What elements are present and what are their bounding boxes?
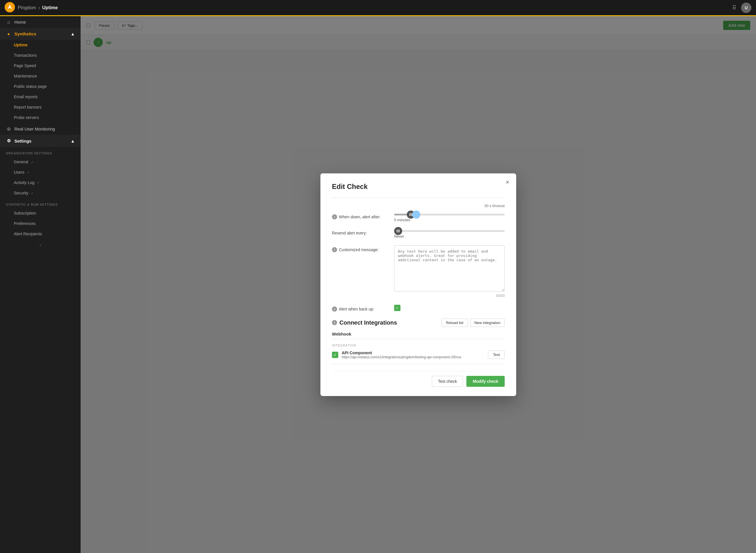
modal-overlay: Edit Check × 30 s timeout i When down, a… [81,16,756,553]
sidebar-general-label: General [14,160,28,164]
integration-checkbox[interactable]: ✓ [332,352,338,358]
new-integration-button[interactable]: New integration [470,319,505,327]
sidebar-item-home[interactable]: ⌂ Home [0,16,81,28]
breadcrumb-current: Uptime [42,5,58,10]
customized-message-row: i Customized message: 0/500 [332,245,505,298]
resend-alert-label: Resend alert every: [332,229,389,235]
alert-back-up-label: i Alert when back up: [332,305,389,312]
modal-title: Edit Check [332,183,505,191]
breadcrumb-parent[interactable]: Pingdom [18,5,36,10]
alert-back-up-info-icon[interactable]: i [332,306,337,312]
settings-icon: ⚙ [6,138,11,143]
slider-track-down [394,214,505,216]
sidebar-item-subscription[interactable]: Subscription [0,208,81,218]
sidebar-probe-servers-label: Probe servers [14,115,39,120]
slider-track-resend [394,230,505,232]
sidebar-rum-label: Real User Monitoring [14,127,55,131]
sidebar-public-status-label: Public status page [14,84,46,89]
integration-buttons: Reload list New integration [442,319,505,327]
integration-col-header: INTEGRATION [332,341,505,348]
sidebar-synthetics-label: Synthetics [14,31,36,36]
sidebar-item-settings[interactable]: ⚙ Settings ▲ [0,135,81,147]
slider-thumb-blue-down[interactable] [412,211,420,219]
integration-bottom-divider [332,364,505,364]
chevron-up-settings-icon: ▲ [71,139,75,143]
webhook-label: Webhook [332,331,505,336]
top-nav: Pingdom › Uptime ⠿ U [0,0,756,16]
connect-integrations-row: i Connect Integrations Reload list New i… [332,319,505,327]
sidebar-alert-recipients-label: Alert Recipients [14,232,42,236]
integration-top-divider [332,339,505,339]
external-icon-activity: ↗ [36,181,39,185]
rum-icon: ◎ [6,126,11,131]
edit-check-modal: Edit Check × 30 s timeout i When down, a… [320,173,516,396]
top-nav-right: ⠿ U [732,3,751,13]
integration-url: https://api.instatus.com/v1/integrations… [342,355,484,359]
connect-integrations-heading: i Connect Integrations [332,319,397,326]
when-down-label: i When down, alert after: [332,213,389,220]
sidebar-item-report-banners[interactable]: Report banners [0,102,81,112]
integration-name: API Component [342,350,484,355]
sidebar-email-reports-label: Email reports [14,94,37,99]
sidebar-item-transactions[interactable]: Transactions [0,50,81,61]
sidebar-item-preferences[interactable]: Preferences [0,218,81,229]
sidebar-item-security[interactable]: Security ↗ [0,188,81,198]
sidebar-item-maintenance[interactable]: Maintenance [0,71,81,81]
sidebar-item-synthetics[interactable]: ● Synthetics ▲ [0,28,81,40]
integration-info: API Component https://api.instatus.com/v… [342,350,484,359]
resend-slider[interactable]: Never [394,229,505,238]
sidebar-item-probe-servers[interactable]: Probe servers [0,112,81,123]
test-check-button[interactable]: Test check [432,376,463,387]
breadcrumb-separator: › [38,5,40,10]
sidebar-preferences-label: Preferences [14,221,35,226]
customized-message-textarea[interactable] [394,245,505,292]
alert-back-up-control: ✓ [394,305,505,311]
org-settings-label: ORGANIZATION SETTINGS [0,147,81,157]
sidebar-subscription-label: Subscription [14,211,36,216]
sidebar-report-banners-label: Report banners [14,105,42,109]
reload-list-button[interactable]: Reload list [442,319,468,327]
sidebar-item-public-status[interactable]: Public status page [0,81,81,92]
chevron-up-icon: ▲ [71,31,75,36]
app-layout: ⌂ Home ● Synthetics ▲ Uptime Transaction… [0,16,756,553]
sidebar-item-alert-recipients[interactable]: Alert Recipients [0,229,81,239]
sidebar-activity-log-label: Activity Log [14,180,34,185]
sidebar-item-page-speed[interactable]: Page Speed [0,61,81,71]
sidebar-item-rum[interactable]: ◎ Real User Monitoring [0,123,81,135]
when-down-slider[interactable]: 5 minutes [394,213,505,222]
modal-divider [332,198,505,198]
alert-back-up-row: i Alert when back up: ✓ [332,305,505,312]
resend-alert-row: Resend alert every: [332,229,505,238]
slider-thumb-resend[interactable] [394,227,402,235]
sidebar-maintenance-label: Maintenance [14,74,37,78]
sidebar-item-users[interactable]: Users ↗ [0,167,81,177]
customized-message-label: i Customized message: [332,245,389,252]
sidebar-transactions-label: Transactions [14,53,37,58]
avatar[interactable]: U [741,3,751,13]
breadcrumb: Pingdom › Uptime [18,5,58,10]
char-count: 0/500 [394,294,505,298]
home-icon: ⌂ [6,20,11,24]
integration-row: ✓ API Component https://api.instatus.com… [332,348,505,362]
sidebar-page-speed-label: Page Speed [14,63,36,68]
modal-close-button[interactable]: × [505,179,509,185]
sidebar-settings-label: Settings [14,139,31,143]
external-icon-general: ↗ [30,160,33,164]
synthetics-icon: ● [6,31,11,36]
sidebar-users-label: Users [14,170,24,174]
sidebar-item-uptime[interactable]: Uptime [0,40,81,50]
sidebar-item-activity-log[interactable]: Activity Log ↗ [0,177,81,188]
main-content: Pause 🏷 Tags... Add new ↑ up Edit Check … [81,16,756,553]
integration-test-button[interactable]: Test [488,350,505,359]
modify-check-button[interactable]: Modify check [466,376,505,387]
sidebar-uptime-label: Uptime [14,43,27,47]
grid-icon[interactable]: ⠿ [732,4,736,11]
message-info-icon[interactable]: i [332,247,337,252]
when-down-info-icon[interactable]: i [332,214,337,220]
sidebar-item-general[interactable]: General ↗ [0,157,81,167]
logo[interactable] [5,2,15,13]
sidebar-collapse-btn[interactable]: ‹ [0,239,81,251]
integrations-info-icon[interactable]: i [332,320,337,325]
alert-back-up-checkbox[interactable]: ✓ [394,305,400,311]
sidebar-item-email-reports[interactable]: Email reports [0,92,81,102]
